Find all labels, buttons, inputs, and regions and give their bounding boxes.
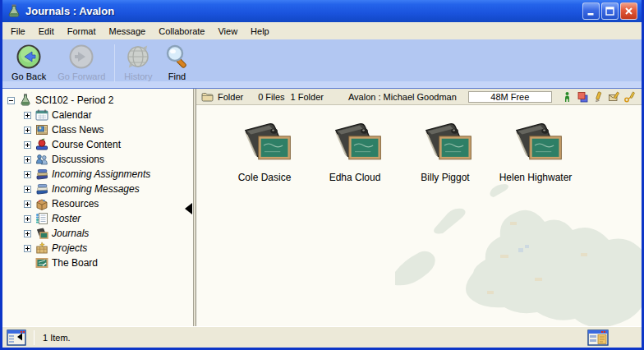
tree-item-label: Resources [52, 198, 99, 210]
flask-icon [19, 94, 32, 107]
map-watermark [395, 174, 642, 326]
tree-item-label: Calendar [52, 109, 92, 121]
journal-grid: Cole Dasice Edha Cloud Billy Piggot Hele… [196, 105, 642, 183]
journal-icon [237, 122, 292, 166]
infobar-action-icons [562, 91, 635, 103]
tree-item-journals[interactable]: Journals [24, 226, 193, 241]
statusbar-separator [34, 330, 34, 345]
tree-item-projects[interactable]: Projects [24, 241, 193, 256]
expand-toggle-icon[interactable] [24, 127, 31, 134]
tree-item-incoming-assignments[interactable]: Incoming Assignments [24, 167, 193, 182]
expand-toggle-icon[interactable] [24, 156, 31, 163]
history-label: History [124, 71, 152, 81]
collapse-panel-arrow-icon[interactable] [185, 203, 192, 214]
tree-item-resources[interactable]: Resources [24, 196, 193, 211]
collapse-toggle-icon[interactable] [7, 97, 15, 104]
tree-item-roster[interactable]: Roster [24, 211, 193, 226]
tree-item-label: Incoming Messages [52, 183, 140, 195]
find-label: Find [168, 71, 186, 81]
close-icon [623, 6, 634, 16]
roster-icon [35, 212, 48, 225]
tree-root-label: SCI102 - Period 2 [35, 94, 113, 106]
class-news-icon [35, 123, 48, 136]
calendar-icon [35, 108, 48, 122]
maximize-button[interactable] [601, 2, 619, 20]
expand-toggle-icon[interactable] [24, 186, 31, 193]
expand-toggle-icon[interactable] [24, 141, 31, 149]
expand-toggle-icon[interactable] [24, 215, 31, 223]
history-button: History [118, 42, 158, 83]
projects-icon [35, 242, 48, 255]
folder-view-panel: Folder 0 Files 1 Folder Avalon : Michael… [196, 89, 642, 326]
tree-item-label: Projects [52, 242, 87, 254]
go-back-label: Go Back [12, 71, 46, 81]
tree-item-label: Course Content [52, 139, 121, 150]
content-area: SCI102 - Period 2 Calendar [2, 89, 642, 326]
tree-item-class-news[interactable]: Class News [24, 122, 193, 137]
tree-root-course[interactable]: SCI102 - Period 2 [7, 93, 193, 108]
compose-message-icon[interactable] [609, 91, 619, 103]
menu-view[interactable]: View [211, 24, 244, 39]
journal-icon [508, 122, 563, 166]
menu-help[interactable]: Help [244, 24, 276, 39]
journal-item-label: Cole Dasice [238, 172, 292, 183]
edit-icon[interactable] [593, 91, 604, 103]
tree-item-incoming-messages[interactable]: Incoming Messages [24, 182, 193, 196]
journal-item-billy-piggot[interactable]: Billy Piggot [400, 122, 490, 183]
toolbar-separator [114, 44, 115, 82]
journal-item-label: Helen Highwater [499, 172, 573, 183]
tree-item-label: Roster [52, 213, 80, 224]
course-content-icon [35, 138, 48, 151]
item-count-text: 1 Item. [43, 333, 71, 343]
close-button[interactable] [620, 2, 637, 20]
tree-item-discussions[interactable]: Discussions [24, 152, 193, 167]
minimize-icon [586, 6, 596, 16]
messages-icon [35, 182, 48, 196]
expand-toggle-icon[interactable] [24, 245, 31, 252]
minimize-button[interactable] [582, 2, 600, 20]
folders-count: 1 Folder [291, 92, 324, 102]
tree-item-the-board[interactable]: The Board [24, 256, 193, 270]
expand-toggle-icon[interactable] [24, 230, 31, 237]
menu-bar: File Edit Format Message Collaborate Vie… [2, 22, 642, 39]
signature-key-icon[interactable] [624, 91, 635, 103]
menu-message[interactable]: Message [103, 24, 153, 39]
free-space-text: 48M Free [490, 92, 529, 102]
folder-label: Folder [218, 92, 243, 102]
expand-toggle-icon[interactable] [24, 171, 31, 178]
files-count: 0 Files [258, 92, 284, 102]
course-tree-panel: SCI102 - Period 2 Calendar [2, 89, 193, 326]
menu-format[interactable]: Format [61, 24, 103, 39]
go-back-button[interactable]: Go Back [6, 42, 52, 83]
expand-toggle-icon[interactable] [24, 200, 31, 208]
resources-icon [35, 197, 48, 210]
discussions-icon [35, 153, 48, 166]
tree-item-label: Class News [52, 124, 104, 136]
expand-toggle-icon[interactable] [24, 112, 31, 119]
tree-item-label: Journals [52, 228, 89, 239]
location-owner: Avalon : Michael Goodman [348, 92, 457, 102]
menu-file[interactable]: File [4, 24, 32, 39]
journal-item-label: Edha Cloud [329, 172, 381, 183]
toolbar: Go Back Go Forward History [2, 39, 642, 89]
tree-item-course-content[interactable]: Course Content [24, 137, 193, 152]
journal-item-label: Billy Piggot [421, 172, 469, 183]
menu-collaborate[interactable]: Collaborate [152, 24, 211, 39]
history-globe-icon [125, 44, 151, 70]
journal-item-edha-cloud[interactable]: Edha Cloud [310, 122, 400, 183]
tree-item-calendar[interactable]: Calendar [24, 108, 193, 122]
window-title: Journals : Avalon [25, 5, 581, 17]
menu-edit[interactable]: Edit [32, 24, 61, 39]
member-icon[interactable] [562, 91, 573, 103]
go-back-icon [16, 44, 42, 70]
journal-item-cole-dasice[interactable]: Cole Dasice [219, 122, 310, 183]
tree-item-label: Discussions [52, 154, 104, 165]
toggle-right-panel-icon[interactable] [587, 329, 609, 346]
title-bar[interactable]: Journals : Avalon [2, 0, 642, 22]
maximize-icon [605, 6, 615, 16]
journal-item-helen-highwater[interactable]: Helen Highwater [490, 122, 581, 183]
status-bar: 1 Item. [2, 326, 642, 348]
find-button[interactable]: Find [159, 42, 196, 83]
layers-icon[interactable] [577, 91, 588, 103]
toggle-left-panel-icon[interactable] [7, 329, 26, 346]
